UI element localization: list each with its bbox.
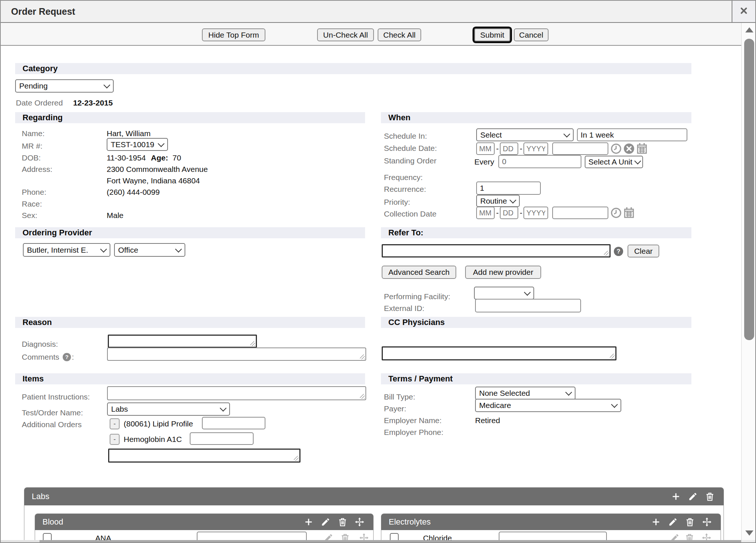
submit-button[interactable]: Submit bbox=[474, 28, 510, 41]
check-all-button[interactable]: Check All bbox=[378, 28, 421, 41]
calendar-icon[interactable] bbox=[623, 207, 635, 218]
collection-date-dd-input[interactable] bbox=[500, 207, 518, 219]
schedule-date-mm-input[interactable] bbox=[476, 142, 495, 155]
delete-icon[interactable] bbox=[685, 533, 694, 540]
recurrence-input[interactable] bbox=[476, 181, 541, 195]
move-icon[interactable] bbox=[702, 533, 711, 540]
lab-test-input[interactable] bbox=[197, 532, 307, 540]
mr-select[interactable]: TEST-10019 bbox=[107, 138, 168, 151]
resize-handle[interactable] bbox=[360, 394, 365, 399]
schedule-date-dd-input[interactable] bbox=[500, 142, 518, 155]
collapse-order-button[interactable]: - bbox=[110, 418, 120, 429]
employer-name-label: Employer Name: bbox=[384, 416, 441, 425]
help-icon[interactable]: ? bbox=[62, 353, 71, 362]
resize-handle[interactable] bbox=[250, 341, 255, 346]
bill-type-select[interactable]: None Selected bbox=[475, 387, 575, 400]
every-input[interactable] bbox=[498, 155, 581, 168]
performing-facility-select[interactable] bbox=[474, 287, 534, 300]
date-separator: - bbox=[520, 208, 522, 217]
chevron-down-icon bbox=[100, 246, 107, 252]
scroll-up-arrow-icon[interactable] bbox=[745, 27, 753, 32]
diagnosis-input[interactable] bbox=[108, 335, 257, 348]
schedule-in-text-input[interactable] bbox=[577, 128, 687, 141]
edit-icon[interactable] bbox=[321, 517, 330, 527]
items-section-header: Items bbox=[15, 373, 365, 384]
clock-icon[interactable] bbox=[611, 143, 622, 154]
horizontal-scrollbar[interactable] bbox=[1, 540, 741, 543]
cancel-button[interactable]: Cancel bbox=[514, 28, 549, 41]
close-button[interactable] bbox=[732, 1, 755, 22]
resize-handle[interactable] bbox=[610, 354, 615, 359]
edit-icon[interactable] bbox=[324, 533, 333, 540]
order-item-input[interactable] bbox=[202, 417, 265, 429]
unit-select[interactable]: Select A Unit bbox=[585, 156, 643, 168]
patient-instructions-label: Patient Instructions: bbox=[22, 392, 90, 401]
additional-orders-input[interactable] bbox=[108, 449, 300, 463]
dob-label: DOB: bbox=[22, 153, 41, 162]
resize-handle[interactable] bbox=[604, 251, 609, 256]
delete-icon[interactable] bbox=[685, 517, 695, 527]
patient-instructions-textarea[interactable] bbox=[107, 386, 366, 400]
delete-icon[interactable] bbox=[338, 517, 347, 527]
scrollbar-thumb[interactable] bbox=[39, 540, 741, 543]
edit-icon[interactable] bbox=[688, 492, 698, 501]
test-order-select[interactable]: Labs bbox=[107, 402, 230, 416]
collapse-order-button[interactable]: - bbox=[110, 434, 120, 445]
toolbar: Hide Top Form Un-Check All Check All Sub… bbox=[1, 23, 741, 46]
priority-select[interactable]: Routine bbox=[476, 195, 520, 207]
scrollbar-thumb[interactable] bbox=[744, 39, 754, 340]
add-icon[interactable] bbox=[671, 492, 681, 501]
labs-panel-header: Labs bbox=[24, 488, 724, 505]
clear-date-icon[interactable] bbox=[623, 143, 635, 154]
date-separator: - bbox=[520, 144, 522, 153]
resize-handle[interactable] bbox=[294, 456, 299, 461]
edit-icon[interactable] bbox=[670, 533, 680, 540]
add-new-provider-button[interactable]: Add new provider bbox=[465, 266, 541, 279]
move-icon[interactable] bbox=[359, 533, 369, 540]
delete-icon[interactable] bbox=[340, 533, 350, 540]
category-select[interactable]: Pending bbox=[15, 79, 114, 93]
schedule-date-time-input[interactable] bbox=[552, 142, 608, 155]
regarding-section-header: Regarding bbox=[15, 112, 365, 123]
scroll-down-arrow-icon[interactable] bbox=[745, 530, 753, 536]
vertical-scrollbar[interactable] bbox=[741, 23, 756, 540]
move-icon[interactable] bbox=[355, 517, 364, 527]
lab-test-input[interactable] bbox=[499, 532, 607, 540]
payer-select[interactable]: Medicare bbox=[475, 399, 621, 412]
comments-textarea[interactable] bbox=[107, 347, 366, 361]
address-label: Address: bbox=[22, 165, 52, 174]
date-ordered-label: Date Ordered bbox=[16, 98, 63, 107]
priority-label: Priority: bbox=[384, 198, 410, 207]
edit-icon[interactable] bbox=[668, 517, 678, 527]
clock-icon[interactable] bbox=[611, 207, 622, 218]
hide-top-form-button[interactable]: Hide Top Form bbox=[202, 28, 265, 41]
uncheck-all-button[interactable]: Un-Check All bbox=[317, 28, 374, 41]
lab-test-checkbox[interactable] bbox=[43, 533, 52, 540]
move-icon[interactable] bbox=[702, 517, 712, 527]
blood-group-header: Blood bbox=[35, 514, 373, 530]
race-label: Race: bbox=[22, 200, 42, 208]
calendar-icon[interactable] bbox=[636, 142, 648, 154]
advanced-search-button[interactable]: Advanced Search bbox=[382, 266, 456, 279]
delete-icon[interactable] bbox=[705, 492, 715, 501]
refer-to-search-input[interactable] bbox=[382, 244, 611, 257]
resize-handle[interactable] bbox=[360, 354, 365, 359]
help-icon[interactable]: ? bbox=[614, 246, 623, 256]
collection-date-time-input[interactable] bbox=[552, 207, 608, 219]
add-icon[interactable] bbox=[304, 517, 313, 527]
ordering-provider-select[interactable]: Butler, Internist E. bbox=[23, 243, 110, 257]
clear-button[interactable]: Clear bbox=[628, 245, 659, 257]
order-item-input[interactable] bbox=[190, 432, 254, 445]
add-icon[interactable] bbox=[651, 517, 661, 527]
schedule-date-yyyy-input[interactable] bbox=[523, 142, 548, 155]
collection-date-mm-input[interactable] bbox=[476, 207, 495, 219]
external-id-input[interactable] bbox=[475, 299, 581, 312]
lab-test-checkbox[interactable] bbox=[390, 533, 399, 540]
provider-location-select[interactable]: Office bbox=[114, 243, 185, 257]
schedule-in-select[interactable]: Select bbox=[476, 128, 574, 141]
cc-physicians-input[interactable] bbox=[382, 346, 616, 360]
chevron-down-icon bbox=[563, 131, 570, 137]
order-item-name: (80061) Lipid Profile bbox=[124, 419, 193, 428]
collection-date-yyyy-input[interactable] bbox=[523, 207, 548, 219]
blood-group-panel: Blood ANA bbox=[35, 513, 374, 540]
